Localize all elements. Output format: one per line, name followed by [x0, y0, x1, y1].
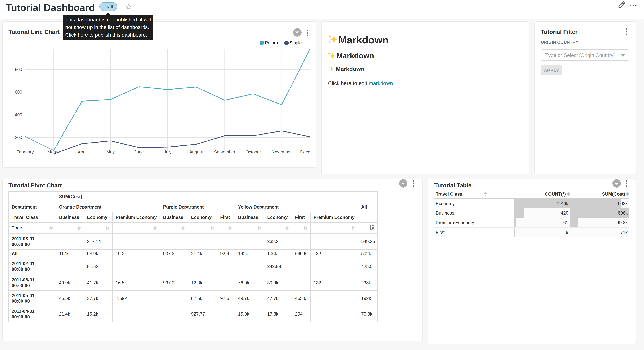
svg-text:200: 200 [15, 135, 22, 140]
svg-text:800: 800 [15, 67, 22, 72]
svg-text:May: May [106, 150, 115, 154]
svg-text:400: 400 [15, 112, 22, 117]
svg-text:October: October [246, 150, 261, 154]
svg-text:600: 600 [15, 90, 22, 94]
svg-text:August: August [190, 150, 203, 154]
svg-text:November: November [272, 150, 292, 154]
svg-text:April: April [78, 150, 86, 154]
svg-text:September: September [214, 150, 235, 154]
svg-text:July: July [164, 150, 172, 154]
svg-text:June: June [134, 150, 144, 154]
svg-text:February: February [16, 150, 34, 154]
svg-text:December: December [300, 150, 310, 154]
